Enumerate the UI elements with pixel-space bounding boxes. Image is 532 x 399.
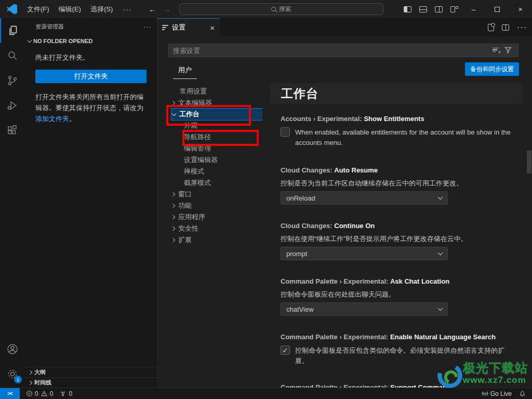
chevron-right-icon	[171, 204, 175, 208]
go-live-label: Go Live	[490, 390, 512, 397]
tab-settings[interactable]: 设置 ×	[157, 18, 220, 36]
editor-group: 设置 × ··· 用户 备份和同步设置 常用设置 文本编辑器	[157, 18, 532, 388]
ports-status[interactable]: 0	[59, 390, 72, 397]
menu-selection[interactable]: 选择(S)	[86, 0, 117, 18]
auto-resume-select[interactable]: onReload	[281, 191, 448, 205]
setting-description: 控制在使用“继续工作”时是否提示用户将工作更改存储在云中。	[281, 234, 512, 244]
toc-item-extensions[interactable]: 扩展	[171, 234, 264, 246]
scrollbar[interactable]	[526, 83, 532, 388]
go-back-icon[interactable]: ←	[149, 5, 156, 14]
chevron-right-icon	[171, 215, 175, 219]
scrollbar-thumb[interactable]	[527, 151, 531, 174]
tab-label: 设置	[172, 23, 185, 32]
maximize-icon	[495, 7, 500, 12]
activity-search-button[interactable]	[0, 43, 25, 68]
extensions-icon	[6, 124, 19, 137]
toc-item-editor-management[interactable]: 编辑管理	[171, 143, 264, 154]
files-icon	[7, 24, 19, 37]
toc-item-common[interactable]: 常用设置	[171, 86, 264, 97]
toggle-sidebar-icon[interactable]	[400, 0, 415, 18]
open-settings-json-icon[interactable]	[488, 24, 494, 31]
split-editor-icon[interactable]	[502, 24, 509, 31]
menu-edit[interactable]: 编辑(E)	[54, 0, 86, 18]
customize-layout-icon[interactable]	[446, 0, 462, 18]
ask-chat-location-select[interactable]: chatView	[281, 302, 448, 316]
activity-extensions-button[interactable]	[0, 118, 25, 143]
open-folder-button[interactable]: 打开文件夹	[35, 70, 147, 83]
toc-item-features[interactable]: 功能	[171, 200, 264, 211]
maximize-button[interactable]	[485, 0, 509, 18]
go-live-button[interactable]: Go Live	[482, 390, 512, 397]
setting-label: Command Palette › Experimental: Ask Chat…	[281, 277, 449, 285]
hint-suffix: 。	[69, 115, 76, 123]
timeline-label: 时间线	[34, 379, 51, 387]
toc-item-window[interactable]: 窗口	[171, 189, 264, 200]
empty-folder-text: 尚未打开文件夹。	[25, 47, 157, 63]
toc-item-appearance[interactable]: 外观	[171, 120, 264, 131]
toc-item-texteditor[interactable]: 文本编辑器	[171, 97, 264, 109]
toggle-panel-icon[interactable]	[415, 0, 431, 18]
chevron-down-icon	[438, 194, 443, 200]
clear-settings-filter-icon[interactable]	[493, 48, 499, 52]
setting-description: When enabled, available entitlements for…	[295, 127, 517, 148]
chevron-down-icon	[28, 38, 32, 42]
command-center-placeholder: 搜索	[279, 5, 291, 14]
setting-description: 控制命令面板应在何处提出聊天问题。	[281, 289, 512, 300]
open-folder-hint: 打开文件夹将关闭所有当前打开的编辑器。要使其保持打开状态，请改为添加文件夹。	[35, 91, 147, 124]
filter-icon[interactable]	[504, 46, 512, 54]
activity-source-control-button[interactable]	[0, 68, 25, 93]
settings-editor: 用户 备份和同步设置 常用设置 文本编辑器 工作台 外观 导航路径 编辑管理 设…	[157, 36, 532, 388]
timeline-section[interactable]: 时间线	[25, 377, 157, 388]
git-branch-icon	[6, 74, 19, 87]
sidebar-more-icon[interactable]: ···	[143, 23, 152, 31]
backup-sync-settings-button[interactable]: 备份和同步设置	[465, 62, 519, 76]
settings-toc: 常用设置 文本编辑器 工作台 外观 导航路径 编辑管理 设置编辑器 禅模式 截屏…	[171, 86, 264, 246]
activity-explorer-button[interactable]	[0, 18, 25, 43]
toc-item-breadcrumbs[interactable]: 导航路径	[171, 131, 264, 143]
chevron-right-icon	[171, 192, 175, 196]
outline-label: 大纲	[34, 368, 46, 376]
problems-status[interactable]: 0 0	[26, 390, 53, 397]
command-center-search[interactable]: 搜索	[179, 3, 383, 15]
checkbox-unchecked[interactable]	[281, 127, 290, 137]
explorer-sidebar: 资源管理器 ··· NO FOLDER OPENED 尚未打开文件夹。 打开文件…	[25, 18, 157, 388]
menu-file[interactable]: 文件(F)	[22, 0, 54, 18]
toggle-secondary-sidebar-icon[interactable]	[431, 0, 446, 18]
hint-text: 打开文件夹将关闭所有当前打开的编辑器。要使其保持打开状态，请改为	[35, 93, 143, 112]
chevron-right-icon	[171, 238, 175, 242]
editor-more-actions-icon[interactable]: ···	[517, 23, 527, 32]
tab-user-scope[interactable]: 用户	[173, 63, 197, 79]
continue-on-select[interactable]: prompt	[281, 247, 448, 260]
chevron-right-icon	[28, 370, 32, 374]
toc-item-application[interactable]: 应用程序	[171, 211, 264, 223]
activity-settings-button[interactable]: 1	[0, 362, 25, 387]
outline-section[interactable]: 大纲	[25, 367, 157, 377]
warning-count: 0	[50, 390, 54, 397]
toc-item-screencast-mode[interactable]: 截屏模式	[171, 177, 264, 189]
checkbox-checked[interactable]: ✓	[281, 345, 290, 355]
tab-close-icon[interactable]: ×	[210, 23, 215, 32]
remote-indicator[interactable]: ><	[0, 388, 20, 399]
toc-item-settings-editor[interactable]: 设置编辑器	[171, 154, 264, 166]
minimize-button[interactable]: –	[462, 0, 485, 18]
warning-icon	[41, 390, 48, 397]
close-window-button[interactable]: ×	[509, 0, 532, 18]
toc-item-zen-mode[interactable]: 禅模式	[171, 166, 264, 177]
vscode-logo-icon	[7, 4, 17, 15]
account-icon	[6, 343, 19, 355]
settings-search-input[interactable]	[168, 44, 518, 57]
notifications-bell-icon[interactable]	[519, 390, 526, 397]
activity-account-button[interactable]	[0, 337, 25, 362]
setting-label: Command Palette › Experimental: Enable N…	[281, 333, 496, 341]
menu-more-icon[interactable]: ···	[117, 5, 137, 14]
toc-item-security[interactable]: 安全性	[171, 223, 264, 234]
chevron-down-icon	[438, 250, 443, 255]
search-icon	[271, 7, 276, 11]
add-folder-link[interactable]: 添加文件夹	[35, 115, 69, 123]
chevron-right-icon	[171, 227, 175, 231]
search-icon	[6, 49, 19, 62]
setting-label: Accounts › Experimental: Show Entitlemen…	[281, 115, 424, 123]
activity-run-debug-button[interactable]	[0, 93, 25, 118]
no-folder-opened-section[interactable]: NO FOLDER OPENED	[25, 35, 157, 47]
toc-item-workbench[interactable]: 工作台	[171, 109, 264, 120]
